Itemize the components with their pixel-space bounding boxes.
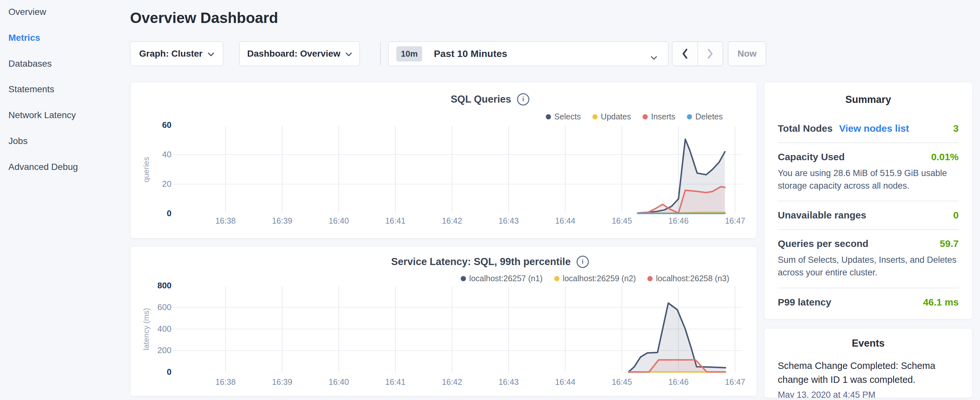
- legend-label: localhost:26258 (n3): [656, 274, 729, 283]
- legend-label: Inserts: [651, 112, 675, 121]
- x-tick-label: 16:45: [612, 216, 632, 226]
- summary-row-value: 0: [953, 210, 959, 221]
- summary-row-main: Queries per second59.7: [778, 238, 959, 249]
- dashboard-dropdown[interactable]: Dashboard: Overview: [239, 41, 360, 66]
- dashboard-dropdown-label: Dashboard: Overview: [247, 49, 340, 59]
- time-range-dropdown[interactable]: 10m Past 10 Minutes: [388, 41, 668, 66]
- y-tick-label: 0: [129, 209, 172, 218]
- info-icon[interactable]: i: [576, 256, 589, 268]
- time-pager: [672, 41, 723, 66]
- service-latency-legend: localhost:26257 (n1)localhost:26259 (n2)…: [461, 274, 729, 283]
- summary-row-main: P99 latency46.1 ms: [778, 297, 959, 308]
- y-tick-label: 60: [129, 120, 172, 130]
- prev-time-button[interactable]: [672, 42, 698, 66]
- event-message: Schema Change Completed: Schema change w…: [778, 359, 940, 387]
- legend-dot-icon: [461, 276, 466, 281]
- event-item[interactable]: Schema Change Completed: Schema change w…: [778, 359, 959, 398]
- legend-label: Selects: [554, 112, 581, 121]
- summary-row-main: Total NodesView nodes list3: [778, 123, 959, 134]
- graph-dropdown-label: Graph: Cluster: [139, 49, 202, 59]
- now-button[interactable]: Now: [728, 41, 766, 66]
- summary-row-label: Unavailable ranges: [778, 210, 866, 221]
- event-timestamp: May 13, 2020 at 4:45 PM: [778, 390, 959, 398]
- legend-item[interactable]: localhost:26257 (n1): [461, 274, 542, 283]
- x-tick-label: 16:39: [272, 377, 293, 387]
- legend-dot-icon: [592, 114, 598, 120]
- legend-dot-icon: [546, 114, 551, 120]
- sidebar-item-network-latency[interactable]: Network Latency: [8, 110, 76, 120]
- x-tick-label: 16:42: [442, 377, 462, 387]
- legend-item[interactable]: Deletes: [687, 112, 723, 121]
- chevron-down-icon: [651, 52, 657, 62]
- x-tick-label: 16:40: [329, 216, 349, 226]
- legend-item[interactable]: Selects: [546, 112, 581, 121]
- sidebar-item-databases[interactable]: Databases: [8, 59, 52, 69]
- chevron-down-icon: [345, 49, 352, 59]
- y-tick-label: 800: [129, 280, 172, 291]
- x-tick-label: 16:44: [555, 216, 576, 226]
- summary-row-value: 59.7: [940, 238, 959, 249]
- summary-row-subtext: Sum of Selects, Updates, Inserts, and De…: [778, 254, 959, 279]
- y-axis-label: queries: [142, 157, 151, 182]
- summary-row: Capacity Used0.01%You are using 28.6 MiB…: [778, 142, 959, 201]
- events-panel: Events Schema Change Completed: Schema c…: [764, 328, 972, 398]
- x-tick-label: 16:44: [555, 377, 576, 387]
- sql-queries-legend: SelectsUpdatesInsertsDeletes: [546, 112, 723, 121]
- summary-row: Queries per second59.7Sum of Selects, Up…: [778, 229, 959, 287]
- legend-item[interactable]: localhost:26258 (n3): [648, 274, 729, 283]
- sidebar-item-metrics[interactable]: Metrics: [8, 33, 40, 43]
- chevron-right-icon: [706, 48, 714, 59]
- x-tick-label: 16:40: [329, 377, 349, 387]
- summary-row: Total NodesView nodes list3: [778, 115, 959, 142]
- summary-panel: Summary Total NodesView nodes list3Capac…: [764, 82, 972, 319]
- x-tick-label: 16:39: [272, 216, 293, 226]
- x-tick-label: 16:47: [725, 216, 745, 226]
- summary-row-label: P99 latency: [778, 297, 831, 308]
- info-icon[interactable]: i: [517, 93, 529, 105]
- x-tick-label: 16:41: [385, 377, 406, 387]
- x-tick-label: 16:41: [385, 216, 406, 226]
- summary-row: Unavailable ranges0: [778, 201, 959, 229]
- sidebar: OverviewMetricsDatabasesStatementsNetwor…: [0, 0, 129, 400]
- chevron-down-icon: [208, 49, 214, 59]
- events-title: Events: [778, 328, 959, 349]
- graph-dropdown[interactable]: Graph: Cluster: [130, 41, 223, 66]
- view-nodes-link[interactable]: View nodes list: [839, 123, 909, 134]
- sidebar-item-overview[interactable]: Overview: [8, 7, 46, 17]
- summary-row-value: 46.1 ms: [923, 297, 959, 308]
- summary-title: Summary: [778, 82, 959, 105]
- x-tick-label: 16:38: [215, 216, 236, 226]
- sidebar-item-jobs[interactable]: Jobs: [8, 136, 27, 146]
- summary-row-main: Capacity Used0.01%: [778, 151, 959, 163]
- summary-row-subtext: You are using 28.6 MiB of 515.9 GiB usab…: [778, 167, 959, 192]
- x-tick-label: 16:43: [499, 377, 519, 387]
- legend-item[interactable]: localhost:26259 (n2): [554, 274, 636, 283]
- legend-dot-icon: [648, 276, 652, 281]
- legend-label: localhost:26257 (n1): [469, 274, 542, 283]
- x-tick-label: 16:46: [668, 377, 689, 387]
- summary-row-value: 0.01%: [931, 151, 959, 163]
- x-tick-label: 16:46: [668, 216, 689, 226]
- time-range-badge: 10m: [396, 46, 422, 62]
- legend-item[interactable]: Updates: [592, 112, 631, 121]
- controls-divider: [380, 42, 381, 65]
- summary-row: P99 latency46.1 ms: [778, 288, 959, 316]
- x-tick-label: 16:42: [442, 216, 462, 226]
- summary-row-main: Unavailable ranges0: [778, 210, 959, 221]
- chevron-left-icon: [681, 48, 689, 59]
- x-tick-label: 16:38: [215, 377, 236, 387]
- legend-item[interactable]: Inserts: [643, 112, 675, 121]
- sidebar-item-advanced-debug[interactable]: Advanced Debug: [8, 162, 78, 172]
- summary-row-value: 3: [953, 123, 959, 134]
- legend-dot-icon: [643, 114, 648, 120]
- chart-title: SQL Queries: [451, 94, 511, 105]
- y-axis-label: latency (ms): [142, 308, 151, 350]
- summary-row-label: Total Nodes: [778, 123, 832, 134]
- legend-label: localhost:26259 (n2): [563, 274, 636, 283]
- y-tick-label: 0: [129, 367, 172, 377]
- next-time-button[interactable]: [698, 42, 723, 66]
- chart-title: Service Latency: SQL, 99th percentile: [391, 256, 571, 267]
- x-tick-label: 16:43: [499, 216, 519, 226]
- legend-dot-icon: [554, 276, 559, 281]
- summary-row-label: Capacity Used: [778, 151, 845, 163]
